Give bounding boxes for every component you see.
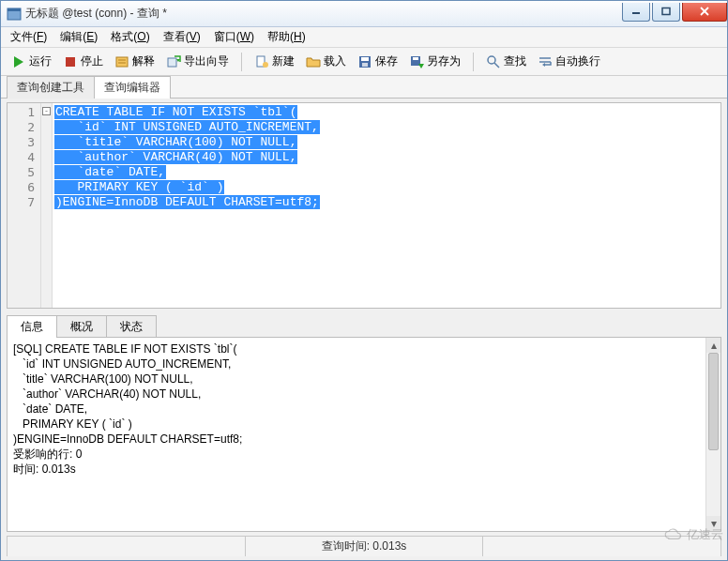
menu-file[interactable]: 文件(F)	[5, 27, 53, 47]
line-number-gutter: 1234567	[8, 103, 41, 308]
save-button[interactable]: 保存	[353, 51, 402, 72]
sql-editor[interactable]: 1234567 - CREATE TABLE IF NOT EXISTS `tb…	[7, 102, 721, 309]
scroll-track[interactable]	[706, 353, 720, 516]
menubar: 文件(F) 编辑(E) 格式(O) 查看(V) 窗口(W) 帮助(H)	[1, 27, 727, 48]
fold-gutter: -	[41, 103, 53, 308]
find-label: 查找	[504, 53, 526, 69]
svg-point-14	[263, 62, 268, 68]
svg-marker-25	[542, 63, 545, 67]
tab-query-editor[interactable]: 查询编辑器	[94, 76, 171, 99]
find-button[interactable]: 查找	[481, 51, 531, 72]
save-icon	[357, 54, 372, 69]
tab-info[interactable]: 信息	[7, 315, 57, 338]
svg-rect-3	[662, 8, 670, 15]
result-pane: [SQL] CREATE TABLE IF NOT EXISTS `tbl`( …	[7, 337, 721, 532]
status-cell-empty	[483, 537, 721, 556]
minimize-button[interactable]	[622, 3, 650, 22]
save-label: 保存	[375, 53, 398, 69]
play-icon	[11, 54, 26, 69]
svg-rect-16	[361, 57, 369, 61]
result-text[interactable]: [SQL] CREATE TABLE IF NOT EXISTS `tbl`( …	[8, 338, 705, 531]
tab-state[interactable]: 状态	[106, 315, 157, 338]
explain-label: 解释	[132, 53, 155, 69]
status-query-time: 查询时间: 0.013s	[246, 537, 484, 556]
wrap-icon	[538, 54, 553, 69]
run-label: 运行	[29, 53, 52, 69]
editor-tabs: 查询创建工具 查询编辑器	[1, 76, 727, 99]
app-icon	[7, 7, 22, 22]
svg-rect-17	[362, 63, 368, 67]
scroll-up-icon[interactable]: ▴	[706, 338, 720, 353]
save-as-button[interactable]: 另存为	[404, 51, 465, 72]
wrap-button[interactable]: 自动换行	[533, 51, 605, 72]
window-title: 无标题 @test (conn) - 查询 *	[25, 6, 167, 22]
svg-point-21	[488, 56, 495, 64]
stop-icon	[63, 54, 78, 69]
code-area[interactable]: CREATE TABLE IF NOT EXISTS `tbl`( `id` I…	[53, 103, 720, 308]
menu-edit[interactable]: 编辑(E)	[54, 27, 103, 47]
status-cell-empty	[7, 537, 246, 556]
new-label: 新建	[272, 53, 295, 69]
menu-help[interactable]: 帮助(H)	[262, 27, 311, 47]
wrap-label: 自动换行	[555, 53, 600, 69]
window-controls	[620, 3, 727, 22]
tab-profile[interactable]: 概况	[56, 315, 107, 338]
svg-marker-20	[418, 64, 424, 68]
explain-button[interactable]: 解释	[110, 51, 159, 72]
export-icon	[166, 54, 181, 69]
search-icon	[486, 54, 501, 69]
result-scrollbar[interactable]: ▴ ▾	[705, 338, 720, 531]
scroll-down-icon[interactable]: ▾	[706, 516, 720, 531]
svg-rect-19	[413, 57, 418, 60]
menu-window[interactable]: 窗口(W)	[208, 27, 260, 47]
titlebar: 无标题 @test (conn) - 查询 *	[1, 1, 727, 27]
fold-toggle-icon[interactable]: -	[42, 107, 51, 115]
svg-rect-1	[8, 8, 21, 11]
explain-icon	[114, 54, 129, 69]
toolbar-separator	[473, 53, 474, 71]
result-tabs: 信息 概况 状态	[1, 314, 727, 337]
scroll-thumb[interactable]	[708, 353, 719, 450]
svg-rect-8	[116, 57, 128, 67]
svg-line-22	[494, 63, 499, 68]
folder-open-icon	[306, 54, 321, 69]
export-label: 导出向导	[184, 53, 229, 69]
menu-format[interactable]: 格式(O)	[105, 27, 155, 47]
toolbar-separator	[241, 53, 242, 71]
maximize-button[interactable]	[652, 3, 680, 22]
new-icon	[254, 54, 269, 69]
load-button[interactable]: 载入	[301, 51, 351, 72]
load-label: 载入	[324, 53, 346, 69]
toolbar: 运行 停止 解释 导出向导 新建 载入 保存 另存为	[1, 48, 727, 76]
svg-rect-11	[168, 58, 176, 67]
save-as-label: 另存为	[427, 53, 461, 69]
app-window: 无标题 @test (conn) - 查询 * 文件(F) 编辑(E) 格式(O…	[0, 0, 728, 561]
tab-query-builder[interactable]: 查询创建工具	[7, 76, 95, 99]
stop-label: 停止	[81, 53, 103, 69]
close-button[interactable]	[682, 3, 727, 22]
new-button[interactable]: 新建	[250, 51, 299, 72]
svg-rect-7	[66, 57, 75, 67]
export-wizard-button[interactable]: 导出向导	[161, 51, 234, 72]
save-as-icon	[409, 54, 424, 69]
svg-marker-6	[14, 56, 23, 68]
statusbar: 查询时间: 0.013s	[7, 536, 721, 556]
stop-button[interactable]: 停止	[58, 51, 108, 72]
menu-view[interactable]: 查看(V)	[158, 27, 206, 47]
run-button[interactable]: 运行	[7, 51, 56, 72]
